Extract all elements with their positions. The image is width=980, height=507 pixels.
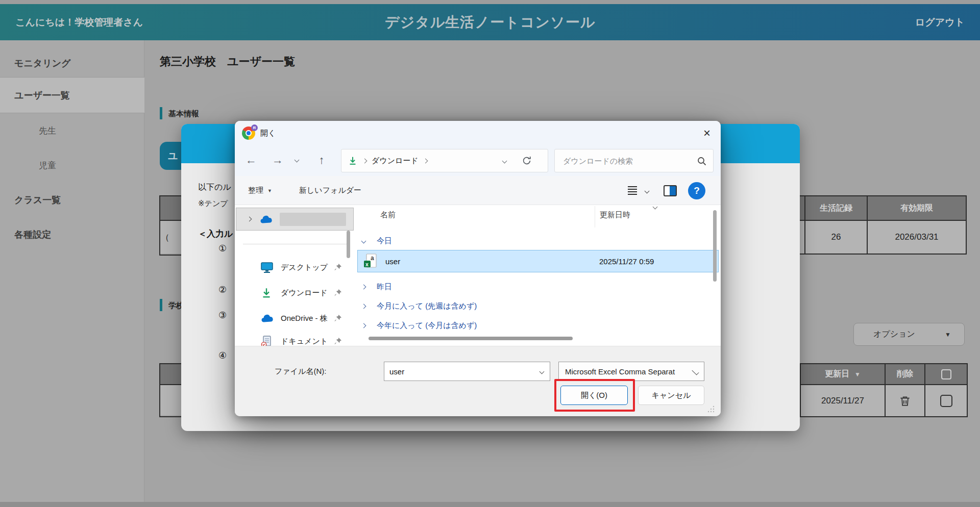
cell-updated-date: 2025/11/27 [801,384,885,416]
sidebar-item-class-list[interactable]: クラス一覧 [0,183,144,217]
close-icon[interactable]: × [699,125,715,141]
expand-icon[interactable] [361,303,366,309]
dialog-content: デスクトップ ダウンロード OneDrive - 株 ドキュメント [235,205,721,346]
download-icon [260,287,273,299]
navpane-item-desktop[interactable]: デスクトップ [235,258,346,276]
col-header-life-record: 生活記録 [805,196,867,220]
view-list-icon[interactable] [628,186,637,196]
group-this-year[interactable]: 今年に入って (今月は含めず) [355,318,477,333]
cell-life-record: 26 [805,220,867,253]
select-all-checkbox[interactable] [941,369,951,379]
column-divider [595,206,595,227]
forward-icon[interactable]: → [267,150,288,170]
sidebar-item-students[interactable]: 児童 [0,148,144,183]
up-icon[interactable]: ↑ [311,150,332,170]
resize-grip[interactable] [707,405,715,413]
filetype-dropdown-icon [692,368,699,375]
file-row-selected[interactable]: ax user 2025/11/27 0:59 [357,250,719,272]
navpane-item-downloads[interactable]: ダウンロード [235,284,346,302]
organize-button[interactable]: 整理 ▼ [248,176,272,205]
sort-direction-icon[interactable] [653,205,658,209]
dialog-bottombar: ファイル名(N): Microsoft Excel Comma Separat … [235,346,721,416]
filename-field [384,362,550,381]
group-today[interactable]: 今日 [355,234,392,248]
vertical-scrollbar[interactable] [713,210,717,282]
pin-icon[interactable] [334,289,342,297]
user-table-left-sliver: （ [159,195,181,256]
filetype-combo[interactable]: Microsoft Excel Comma Separat [558,362,704,381]
onedrive-cloud-icon [260,313,275,323]
search-input[interactable] [555,149,713,172]
address-bar[interactable]: ダウンロード [341,149,548,172]
pin-icon[interactable] [334,337,342,345]
group-this-month[interactable]: 今月に入って (先週は含めず) [355,299,477,313]
column-header-date[interactable]: 更新日時 [600,210,630,220]
horizontal-scrollbar[interactable] [369,337,573,340]
back-icon[interactable]: ← [241,150,261,170]
screen: こんにちは！学校管理者さん デジタル生活ノートコンソール ログアウト モニタリン… [0,0,980,507]
row-checkbox[interactable] [940,395,952,407]
file-open-dialog: R 開く × ← → ↑ ダウンロード [235,121,721,416]
expand-icon[interactable] [361,284,366,289]
pane-divider [243,244,349,244]
window-top-strip [0,0,980,4]
navpane-item-onedrive[interactable]: OneDrive - 株 [235,309,346,327]
view-options-icon[interactable] [645,189,650,194]
pin-icon[interactable] [334,263,342,271]
user-table-cell-fragment: （ [160,220,181,253]
excel-csv-icon: ax [363,253,378,269]
pane-scrollbar[interactable] [347,231,350,258]
col-header-updated[interactable]: 更新日 ▼ [801,364,885,384]
breadcrumb-location[interactable]: ダウンロード [372,156,419,166]
sidebar-item-teachers[interactable]: 先生 [0,113,144,148]
address-dropdown-icon[interactable] [502,159,507,164]
expand-icon[interactable] [247,217,252,222]
dialog-title: 開く [260,121,276,145]
section-label-basic: 基本情報 [168,109,199,119]
column-header-name[interactable]: 名前 [380,210,396,220]
modal-step-3: ③ [218,310,227,321]
chrome-icon: R [242,126,255,140]
dialog-titlebar[interactable]: R 開く × [235,121,721,145]
breadcrumb-chevron-icon[interactable] [423,158,428,163]
cancel-button[interactable]: キャンセル [638,386,704,405]
svg-text:x: x [365,261,369,267]
modal-text-line2: ※テンプ [198,199,228,209]
annotation-red-box [554,379,635,412]
sidebar: モニタリング ユーザー一覧 先生 児童 クラス一覧 各種設定 [0,40,144,507]
svg-text:a: a [371,255,374,262]
trash-icon[interactable] [898,394,912,408]
dialog-toolbar: 整理 ▼ 新しいフォルダー ? [235,176,721,205]
search-box [554,149,714,172]
import-table-left-sliver [159,363,181,417]
filename-input[interactable] [384,362,550,381]
group-yesterday[interactable]: 昨日 [355,280,392,294]
modal-step-4: ④ [218,350,227,361]
recent-locations-icon[interactable] [295,158,300,163]
window-bottom-strip [0,502,980,507]
col-header-expiry: 有効期限 [868,196,966,220]
refresh-icon[interactable] [521,155,532,166]
modal-rules-heading: ＜入力ル [198,228,233,240]
collapse-icon[interactable] [361,238,366,243]
sidebar-item-monitoring[interactable]: モニタリング [0,49,144,78]
new-folder-button[interactable]: 新しいフォルダー [299,176,361,205]
caret-down-icon: ▼ [267,188,272,193]
filename-label: ファイル名(N): [275,362,326,381]
sidebar-item-settings[interactable]: 各種設定 [0,217,144,252]
expand-icon[interactable] [361,323,366,328]
import-table-right: 更新日 ▼ 2025/11/27 削除 [800,363,968,417]
options-dropdown[interactable]: オプション ▼ [853,323,965,346]
preview-pane-icon[interactable] [664,185,677,196]
logout-button[interactable]: ログアウト [915,16,965,29]
navpane-item-documents[interactable]: ドキュメント [235,332,346,346]
cell-expiry: 2026/03/31 [868,220,966,253]
section-bar-basic [160,107,162,119]
desktop-icon [260,261,274,274]
pin-icon[interactable] [334,314,342,322]
sidebar-item-user-list[interactable]: ユーザー一覧 [0,78,144,113]
help-icon[interactable]: ? [688,182,705,199]
onedrive-cloud-icon [259,214,274,224]
file-name: user [385,250,400,272]
navpane-root-item[interactable] [236,208,354,231]
